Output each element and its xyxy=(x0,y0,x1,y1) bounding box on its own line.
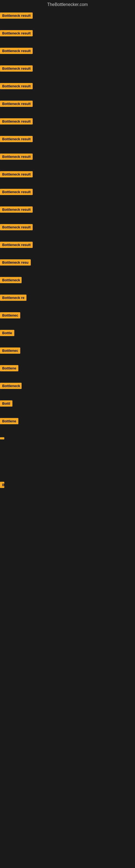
bottleneck-badge[interactable] xyxy=(0,437,4,439)
list-item: Bottleneck result xyxy=(0,187,135,204)
bottleneck-badge[interactable]: Bottleneck xyxy=(0,383,21,389)
site-title: TheBottlenecker.com xyxy=(0,0,135,10)
list-item xyxy=(0,507,135,518)
bottleneck-badge[interactable]: Bottleneck result xyxy=(0,48,33,54)
bottleneck-badge[interactable]: Bottlenec xyxy=(0,347,20,354)
bottleneck-badge[interactable]: Bottleneck result xyxy=(0,83,33,89)
list-item xyxy=(0,433,135,448)
list-item xyxy=(0,459,135,469)
list-item: B xyxy=(0,479,135,497)
bottleneck-badge[interactable]: Bottleneck result xyxy=(0,101,33,107)
list-item: Bottleneck xyxy=(0,275,135,292)
bottleneck-badge[interactable]: Bottl xyxy=(0,400,12,407)
list-item: Bottleneck result xyxy=(0,81,135,98)
bottleneck-badge[interactable]: Bottlenec xyxy=(0,312,20,318)
bottleneck-badge[interactable]: Bottleneck re xyxy=(0,294,27,301)
list-item: Bottleneck result xyxy=(0,222,135,240)
bottleneck-badge[interactable]: Bottleneck result xyxy=(0,118,33,124)
bottleneck-badge[interactable]: Bottleneck result xyxy=(0,207,33,213)
list-item: Bottl xyxy=(0,398,135,416)
bottleneck-badge[interactable]: Bottleneck result xyxy=(0,154,33,160)
list-item: Bottleneck resu xyxy=(0,257,135,275)
bottleneck-badge[interactable]: Bottleneck result xyxy=(0,224,33,230)
bottleneck-badge[interactable]: Bottleneck xyxy=(0,277,21,283)
bottleneck-badge[interactable]: Bottleneck result xyxy=(0,12,33,19)
list-item: Bottleneck xyxy=(0,380,135,398)
list-item: Bottlenec xyxy=(0,310,135,328)
list-item: Bottleneck result xyxy=(0,45,135,63)
list-item: Bottleneck result xyxy=(0,28,135,45)
list-item: Bottleneck result xyxy=(0,240,135,257)
list-item: Bottlenec xyxy=(0,345,135,363)
list-item: Bottleneck result xyxy=(0,204,135,222)
bottleneck-badge[interactable]: Bottleneck result xyxy=(0,171,33,177)
bottleneck-badge[interactable]: Bottleneck resu xyxy=(0,259,31,266)
list-item: Bottleneck result xyxy=(0,98,135,116)
bottleneck-badge[interactable]: Bottleneck result xyxy=(0,136,33,142)
list-item xyxy=(0,528,135,538)
list-item: Bottleneck result xyxy=(0,169,135,187)
list-item: Bottleneck result xyxy=(0,134,135,151)
list-item xyxy=(0,448,135,459)
list-item: Bottle xyxy=(0,328,135,345)
list-item: Bottleneck result xyxy=(0,10,135,28)
list-item: Bottleneck re xyxy=(0,292,135,310)
bottleneck-badge[interactable]: B xyxy=(0,482,4,488)
list-item: Bottleneck result xyxy=(0,63,135,81)
list-item: Bottleneck result xyxy=(0,151,135,169)
list-item: Bottlene xyxy=(0,416,135,433)
list-item: Bottlene xyxy=(0,363,135,380)
list-item: Bottleneck result xyxy=(0,116,135,134)
bottleneck-badge[interactable]: Bottlene xyxy=(0,365,18,371)
list-item xyxy=(0,469,135,479)
list-item xyxy=(0,518,135,528)
bottleneck-badge[interactable]: Bottleneck result xyxy=(0,189,33,195)
bottleneck-badge[interactable]: Bottle xyxy=(0,330,14,336)
list-item xyxy=(0,497,135,507)
bottleneck-badge[interactable]: Bottleneck result xyxy=(0,30,33,36)
bottleneck-badge[interactable]: Bottleneck result xyxy=(0,65,33,72)
bottleneck-badge[interactable]: Bottlene xyxy=(0,418,18,424)
bottleneck-badge[interactable]: Bottleneck result xyxy=(0,242,33,248)
